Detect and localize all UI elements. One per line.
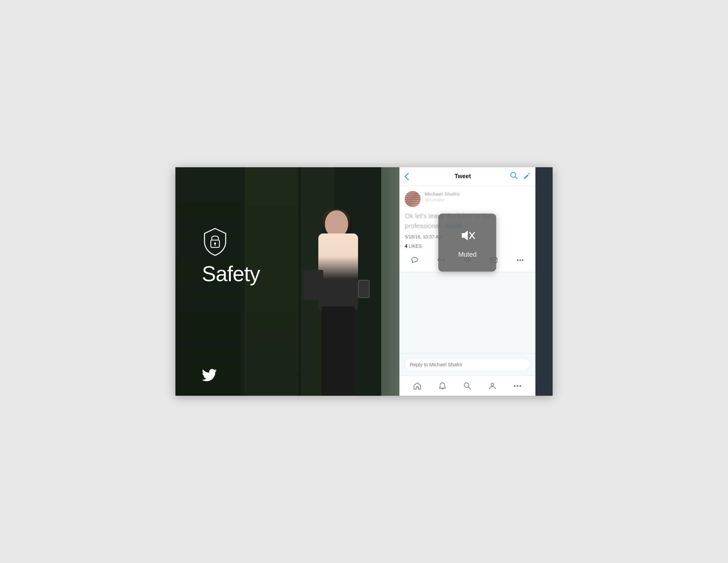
tweet-header: Tweet bbox=[399, 167, 535, 186]
right-panel: Tweet bbox=[399, 167, 535, 396]
user-handle: @mshafrir bbox=[425, 197, 530, 202]
home-nav-button[interactable] bbox=[411, 380, 423, 392]
svg-point-10 bbox=[517, 259, 519, 261]
reply-area bbox=[399, 353, 535, 376]
profile-nav-button[interactable] bbox=[486, 380, 498, 392]
twitter-bird-icon bbox=[202, 369, 217, 383]
svg-point-11 bbox=[519, 259, 521, 261]
user-info: Michael Shafrir @mshafrir bbox=[425, 191, 530, 202]
likes-label: LIKES bbox=[409, 243, 422, 249]
svg-point-1 bbox=[214, 242, 216, 244]
left-panel: Safety bbox=[175, 167, 399, 396]
notification-nav-button[interactable] bbox=[436, 380, 448, 392]
shield-lock-icon bbox=[202, 227, 228, 257]
user-row: Michael Shafrir @mshafrir bbox=[405, 191, 530, 207]
mute-button[interactable]: Muted bbox=[461, 253, 474, 266]
avatar bbox=[405, 191, 421, 207]
bottom-nav bbox=[399, 376, 535, 396]
muted-popup: Muted bbox=[438, 213, 496, 271]
svg-point-15 bbox=[491, 383, 494, 386]
muted-speaker-icon bbox=[459, 227, 476, 247]
svg-line-4 bbox=[515, 177, 517, 179]
back-button[interactable] bbox=[405, 173, 415, 180]
muted-label: Muted bbox=[458, 251, 477, 258]
svg-point-12 bbox=[522, 259, 523, 261]
person-figure bbox=[300, 204, 380, 396]
search-nav-button[interactable] bbox=[461, 380, 473, 392]
more-nav-button[interactable] bbox=[512, 380, 523, 392]
more-button[interactable] bbox=[514, 253, 527, 266]
reply-input[interactable] bbox=[405, 358, 530, 371]
compose-button[interactable] bbox=[523, 172, 530, 181]
action-row: Muted bbox=[405, 253, 530, 266]
search-button[interactable] bbox=[510, 172, 518, 181]
safety-text: Safety bbox=[202, 261, 260, 286]
likes-count: 4 bbox=[405, 243, 407, 249]
tweet-content: Michael Shafrir @mshafrir Ok let's leave… bbox=[399, 186, 535, 272]
svg-point-18 bbox=[520, 385, 521, 387]
svg-point-16 bbox=[514, 385, 516, 387]
reply-button[interactable] bbox=[408, 253, 421, 266]
header-title: Tweet bbox=[455, 173, 471, 180]
shield-container bbox=[202, 227, 228, 258]
side-panel bbox=[535, 167, 553, 396]
pillar bbox=[381, 167, 399, 396]
svg-point-17 bbox=[517, 385, 518, 387]
svg-line-14 bbox=[468, 387, 471, 389]
user-name: Michael Shafrir bbox=[425, 191, 530, 197]
header-icons bbox=[510, 172, 530, 181]
